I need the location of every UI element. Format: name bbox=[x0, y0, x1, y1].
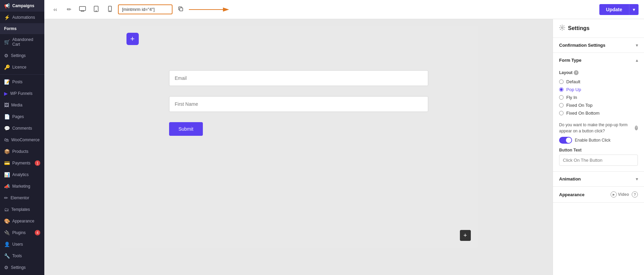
firstname-field[interactable] bbox=[169, 96, 428, 112]
sidebar-item-appearance[interactable]: 🎨 Appearance bbox=[0, 215, 44, 227]
layout-fixed-bottom-option[interactable]: Fixed On Bottom bbox=[559, 109, 638, 117]
canvas-inner: + Submit + bbox=[120, 26, 478, 248]
sidebar-item-elementor[interactable]: ✏ Elementor bbox=[0, 192, 44, 204]
panel-title: Settings bbox=[568, 25, 589, 31]
confirmation-settings-label: Confirmation Settings bbox=[559, 43, 605, 48]
mobile-icon bbox=[108, 6, 112, 13]
svg-point-11 bbox=[561, 27, 563, 29]
layout-fixed-top-label: Fixed On Top bbox=[566, 103, 593, 108]
sidebar-item-posts[interactable]: 📝 Posts bbox=[0, 76, 44, 88]
svg-point-7 bbox=[109, 11, 110, 11]
settings-icon: ⚙ bbox=[4, 53, 9, 58]
panel-header: Settings bbox=[553, 19, 644, 38]
panel-settings-icon bbox=[559, 25, 565, 32]
layout-default-option[interactable]: Default bbox=[559, 78, 638, 86]
layout-label: Layout ? bbox=[559, 70, 638, 75]
email-field[interactable] bbox=[169, 70, 428, 86]
wp-funnels-icon: ▶ bbox=[4, 91, 8, 96]
layout-fixed-bottom-label: Fixed On Bottom bbox=[566, 111, 600, 116]
sidebar-item-automations[interactable]: ⚡ Automations bbox=[0, 12, 44, 23]
update-button[interactable]: Update bbox=[599, 4, 629, 15]
sidebar-item-media[interactable]: 🖼 Media bbox=[0, 99, 44, 111]
add-section-button[interactable]: + bbox=[460, 230, 471, 241]
button-text-input[interactable] bbox=[559, 155, 638, 166]
back-button[interactable]: ‹‹ bbox=[50, 4, 61, 15]
sidebar-item-settings2[interactable]: ⚙ Settings bbox=[0, 262, 44, 273]
enable-button-click-toggle[interactable] bbox=[559, 137, 572, 144]
form-type-chevron-icon: ▴ bbox=[636, 58, 638, 63]
right-panel: Settings Confirmation Settings ▾ Form Ty… bbox=[553, 19, 644, 275]
button-text-label: Button Text bbox=[559, 148, 638, 153]
main-area: ‹‹ ✏ bbox=[44, 0, 644, 275]
animation-section: Animation ▾ bbox=[553, 172, 644, 187]
sidebar-item-products[interactable]: 📦 Products bbox=[0, 146, 44, 157]
sidebar-item-pages[interactable]: 📄 Pages bbox=[0, 111, 44, 122]
form-type-label: Form Type bbox=[559, 58, 582, 63]
add-block-button[interactable]: + bbox=[126, 33, 139, 45]
tablet-button[interactable] bbox=[91, 4, 102, 15]
layout-fixed-top-radio[interactable] bbox=[559, 103, 564, 107]
sidebar-item-comments[interactable]: 💬 Comments bbox=[0, 122, 44, 134]
media-icon: 🖼 bbox=[4, 102, 9, 108]
plugins-badge: 4 bbox=[35, 230, 40, 235]
users-icon: 👤 bbox=[4, 242, 10, 247]
svg-rect-0 bbox=[79, 6, 86, 11]
sidebar-item-woocommerce[interactable]: 🛍 WooCommerce bbox=[0, 134, 44, 146]
sidebar-item-forms[interactable]: Forms bbox=[0, 23, 44, 34]
appearance-right: ▶ Video ? bbox=[611, 191, 638, 198]
edit-button[interactable]: ✏ bbox=[63, 4, 74, 15]
confirmation-settings-header[interactable]: Confirmation Settings ▾ bbox=[553, 38, 644, 53]
layout-popup-label: Pop Up bbox=[566, 87, 581, 92]
desktop-icon bbox=[79, 6, 86, 13]
sidebar-item-templates[interactable]: 🗂 Templates bbox=[0, 204, 44, 215]
layout-section: Layout ? Default Pop Up bbox=[559, 70, 638, 117]
sidebar-item-wp-funnels[interactable]: ▶ WP Funnels bbox=[0, 88, 44, 99]
layout-fixed-top-option[interactable]: Fixed On Top bbox=[559, 101, 638, 109]
layout-default-radio[interactable] bbox=[559, 79, 564, 84]
desktop-button[interactable] bbox=[77, 4, 88, 15]
sidebar: 📢 Campaigns ⚡ Automations Forms 🛒 Abando… bbox=[0, 0, 44, 275]
update-dropdown-button[interactable]: ▾ bbox=[629, 4, 639, 15]
sidebar-item-plugins[interactable]: 🔌 Plugins 4 bbox=[0, 227, 44, 238]
appearance-help-icon: ? bbox=[632, 191, 638, 198]
sidebar-item-tools[interactable]: 🔧 Tools bbox=[0, 250, 44, 262]
layout-popup-radio[interactable] bbox=[559, 87, 564, 92]
pages-icon: 📄 bbox=[4, 114, 10, 119]
sidebar-item-licence[interactable]: 🔑 Licence bbox=[0, 61, 44, 73]
payments-icon: 💳 bbox=[4, 160, 10, 166]
copy-shortcode-button[interactable] bbox=[175, 4, 186, 15]
sidebar-item-analytics[interactable]: 📊 Analytics bbox=[0, 169, 44, 180]
appearance-label: Appearance bbox=[559, 192, 584, 197]
products-icon: 📦 bbox=[4, 149, 10, 154]
sidebar-item-marketing[interactable]: 📣 Marketing bbox=[0, 180, 44, 192]
edit-icon: ✏ bbox=[67, 6, 71, 13]
svg-rect-8 bbox=[180, 8, 183, 11]
chevron-down-icon: ▾ bbox=[633, 7, 635, 12]
toggle-row: Enable Button Click bbox=[559, 137, 638, 144]
form-type-header[interactable]: Form Type ▴ bbox=[553, 53, 644, 68]
layout-flyin-option[interactable]: Fly In bbox=[559, 93, 638, 101]
layout-flyin-radio[interactable] bbox=[559, 95, 564, 100]
tablet-icon bbox=[94, 6, 99, 13]
sidebar-item-abandoned-cart[interactable]: 🛒 Abandoned Cart bbox=[0, 34, 44, 50]
tools-icon: 🔧 bbox=[4, 253, 10, 259]
sidebar-item-payments[interactable]: 💳 Payments 1 bbox=[0, 157, 44, 169]
layout-default-label: Default bbox=[566, 79, 580, 84]
video-badge: ▶ Video bbox=[611, 191, 629, 198]
add-block-icon: + bbox=[130, 34, 135, 43]
svg-marker-10 bbox=[223, 8, 229, 12]
popup-help-icon: ? bbox=[635, 126, 638, 130]
form-type-body: Layout ? Default Pop Up bbox=[553, 68, 644, 171]
animation-header[interactable]: Animation ▾ bbox=[553, 172, 644, 186]
sidebar-item-settings[interactable]: ⚙ Settings bbox=[0, 50, 44, 61]
submit-button[interactable]: Submit bbox=[169, 122, 203, 136]
toolbar: ‹‹ ✏ bbox=[44, 0, 644, 19]
appearance-header[interactable]: Appearance ▶ Video ? bbox=[553, 187, 644, 202]
sidebar-item-users[interactable]: 👤 Users bbox=[0, 238, 44, 250]
appearance-icon: 🎨 bbox=[4, 218, 10, 224]
analytics-icon: 📊 bbox=[4, 172, 10, 177]
sidebar-item-campaigns[interactable]: 📢 Campaigns bbox=[0, 0, 44, 12]
mobile-button[interactable] bbox=[104, 4, 115, 15]
layout-fixed-bottom-radio[interactable] bbox=[559, 111, 564, 115]
layout-popup-option[interactable]: Pop Up bbox=[559, 86, 638, 93]
